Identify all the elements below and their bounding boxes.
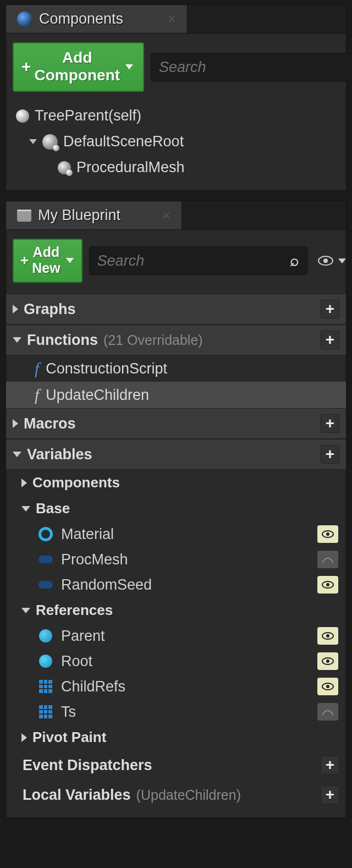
category-label: Local Variables	[23, 787, 131, 804]
visibility-toggle[interactable]	[317, 525, 338, 543]
variable-material[interactable]: Material	[6, 521, 346, 547]
variable-label: RandomSeed	[61, 576, 152, 594]
component-ref-icon	[38, 552, 53, 567]
add-component-label: Add Component	[35, 49, 120, 84]
category-label: Functions	[27, 332, 98, 349]
components-tab[interactable]: Components ×	[6, 5, 188, 33]
myblueprint-panel: My Blueprint × + Add New ⌕ Graphs + Func…	[6, 201, 346, 818]
category-meta: (21 Overridable)	[103, 332, 203, 348]
var-group-components[interactable]: Components	[6, 470, 346, 496]
variable-label: Ts	[61, 704, 76, 721]
group-label: Base	[36, 500, 70, 517]
variable-childrefs[interactable]: ChildRefs	[6, 674, 346, 699]
variable-label: Parent	[61, 628, 105, 645]
category-event-dispatchers[interactable]: Event Dispatchers +	[6, 750, 346, 780]
var-group-base[interactable]: Base	[6, 496, 346, 521]
tree-row-procmesh[interactable]: ProceduralMesh	[14, 155, 338, 180]
group-label: References	[36, 602, 113, 619]
blueprint-tab-icon	[17, 210, 31, 222]
add-variable-button[interactable]: +	[321, 445, 339, 464]
collapse-icon	[21, 608, 30, 613]
group-label: Components	[32, 474, 120, 491]
close-icon[interactable]: ×	[162, 207, 170, 224]
expand-icon	[21, 479, 27, 487]
add-macro-button[interactable]: +	[321, 414, 339, 433]
add-function-button[interactable]: +	[321, 331, 339, 349]
add-graph-button[interactable]: +	[321, 300, 339, 318]
visibility-toggle[interactable]	[317, 576, 338, 594]
var-group-references[interactable]: References	[6, 597, 346, 623]
plus-icon: +	[21, 57, 31, 76]
category-label: Variables	[27, 446, 92, 463]
visibility-toggle[interactable]	[317, 703, 338, 721]
category-local-variables[interactable]: Local Variables (UpdateChildren) +	[6, 780, 346, 810]
svg-point-3	[326, 532, 329, 536]
visibility-toggle[interactable]	[317, 627, 338, 645]
object-icon	[38, 628, 53, 644]
variable-label: Material	[61, 526, 114, 543]
blueprint-search-input[interactable]	[97, 252, 284, 270]
chevron-down-icon	[66, 258, 74, 263]
blueprint-search[interactable]: ⌕	[89, 246, 307, 275]
blueprint-toolbar: + Add New ⌕	[6, 230, 346, 292]
close-icon[interactable]: ×	[168, 10, 176, 28]
category-label: Event Dispatchers	[23, 757, 152, 774]
array-icon	[38, 679, 53, 694]
variable-label: Root	[61, 653, 92, 670]
add-new-button[interactable]: + Add New	[13, 239, 82, 283]
components-tree: TreeParent(self) DefaultSceneRoot Proced…	[6, 101, 346, 183]
var-group-pivotpaint[interactable]: Pivot Paint	[6, 724, 346, 750]
category-meta: (UpdateChildren)	[136, 787, 241, 803]
visibility-toggle[interactable]	[317, 678, 338, 695]
components-search[interactable]: ⌕	[151, 53, 352, 81]
chevron-down-icon	[125, 64, 133, 69]
collapse-icon	[21, 506, 30, 512]
tree-row-self[interactable]: TreeParent(self)	[14, 103, 338, 129]
function-label: UpdateChildren	[46, 387, 149, 404]
svg-point-5	[326, 583, 329, 586]
function-label: ConstructionScript	[46, 360, 167, 377]
array-icon	[38, 704, 53, 719]
chevron-down-icon	[338, 259, 346, 263]
category-label: Graphs	[24, 301, 76, 318]
category-variables[interactable]: Variables +	[6, 439, 346, 470]
add-dispatcher-button[interactable]: +	[321, 756, 339, 774]
variable-procmesh[interactable]: ProcMesh	[6, 547, 346, 572]
components-tab-icon	[17, 12, 32, 27]
variable-label: ChildRefs	[61, 678, 125, 695]
add-new-label: Add New	[32, 244, 60, 276]
variable-ts[interactable]: Ts	[6, 699, 346, 724]
function-item-constructionscript[interactable]: f ConstructionScript	[6, 355, 346, 382]
collapse-icon	[13, 452, 21, 457]
components-tab-bar: Components ×	[6, 5, 346, 34]
category-graphs[interactable]: Graphs +	[6, 294, 346, 325]
scene-component-icon	[42, 134, 58, 150]
svg-point-1	[323, 259, 328, 263]
svg-point-7	[326, 634, 329, 638]
blueprint-tab[interactable]: My Blueprint ×	[6, 201, 182, 229]
category-functions[interactable]: Functions (21 Overridable) +	[6, 325, 346, 355]
tree-label-child: ProceduralMesh	[76, 159, 185, 176]
variable-parent[interactable]: Parent	[6, 623, 346, 649]
object-icon	[38, 653, 53, 669]
function-icon: f	[35, 386, 39, 404]
function-item-updatechildren[interactable]: f UpdateChildren	[6, 382, 346, 408]
visibility-toggle[interactable]	[317, 551, 338, 568]
blueprint-tab-title: My Blueprint	[38, 207, 120, 224]
components-tab-title: Components	[39, 10, 123, 28]
tree-row-sceneroot[interactable]: DefaultSceneRoot	[14, 129, 338, 155]
add-local-button[interactable]: +	[321, 785, 339, 804]
blueprint-tab-bar: My Blueprint ×	[6, 201, 346, 230]
visibility-toggle[interactable]	[317, 652, 338, 670]
expand-icon[interactable]	[29, 139, 37, 144]
variable-randomseed[interactable]: RandomSeed	[6, 572, 346, 597]
category-macros[interactable]: Macros +	[6, 408, 346, 439]
actor-icon	[16, 109, 29, 123]
tree-label-scene: DefaultSceneRoot	[63, 133, 184, 150]
variable-root[interactable]: Root	[6, 649, 346, 674]
scene-component-icon	[58, 161, 71, 174]
view-options-button[interactable]	[314, 255, 349, 266]
add-component-button[interactable]: + Add Component	[13, 42, 144, 92]
components-search-input[interactable]	[159, 59, 346, 76]
plus-icon: +	[20, 252, 29, 269]
